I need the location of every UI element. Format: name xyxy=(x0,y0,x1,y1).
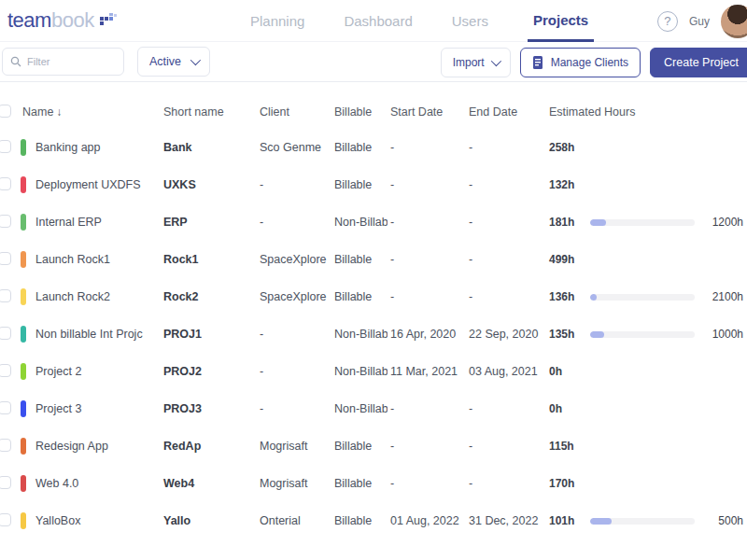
project-estimated-hours: 170h xyxy=(549,477,588,490)
project-client: Sco Genme xyxy=(257,141,331,154)
project-short-name: RedAp xyxy=(161,440,257,453)
project-end-date: - xyxy=(466,253,546,266)
table-row[interactable]: Redesign App RedAp Mogrisaft Billable - … xyxy=(0,427,747,465)
project-end-date: 31 Dec, 2022 xyxy=(466,514,546,527)
table-row[interactable]: Banking app Bank Sco Genme Billable - - … xyxy=(0,129,747,166)
project-billable: Non-Billable xyxy=(331,402,388,415)
project-client: Onterial xyxy=(257,514,331,527)
project-start-date: - xyxy=(388,141,466,154)
project-client: - xyxy=(257,328,331,341)
project-name: YalloBox xyxy=(35,514,80,527)
project-billable: Billable xyxy=(331,253,388,266)
progress-bar-fill xyxy=(590,518,612,525)
project-short-name: PROJ1 xyxy=(161,328,257,341)
project-billable: Billable xyxy=(331,514,388,527)
project-name: Launch Rock2 xyxy=(35,290,110,303)
column-header-short-name[interactable]: Short name xyxy=(161,105,257,119)
column-header-billable[interactable]: Billable xyxy=(331,105,388,119)
project-color-pill xyxy=(21,326,26,343)
table-row[interactable]: Deployment UXDFS UXKS - Billable - - 132… xyxy=(0,166,747,203)
logo-book: book xyxy=(51,8,94,32)
table-row[interactable]: Launch Rock2 Rock2 SpaceXplore Billable … xyxy=(0,278,747,315)
column-header-client[interactable]: Client xyxy=(257,105,331,119)
create-project-button[interactable]: Create Project xyxy=(650,48,747,77)
project-start-date: - xyxy=(388,216,466,229)
project-short-name: Bank xyxy=(161,141,257,154)
project-billable: Non-Billable xyxy=(331,216,388,229)
project-end-date: - xyxy=(466,290,546,303)
project-color-pill xyxy=(21,176,26,193)
import-button[interactable]: Import xyxy=(441,48,511,77)
nav-item-planning[interactable]: Planning xyxy=(250,0,304,42)
import-label: Import xyxy=(453,56,485,69)
nav-item-dashboard[interactable]: Dashboard xyxy=(344,0,412,42)
select-all-checkbox[interactable] xyxy=(0,105,11,118)
row-checkbox[interactable] xyxy=(0,439,11,452)
table-row[interactable]: Non billable Int Projc PROJ1 - Non-Billa… xyxy=(0,315,747,353)
project-end-date: - xyxy=(466,440,546,453)
manage-clients-label: Manage Clients xyxy=(551,56,628,69)
row-checkbox[interactable] xyxy=(0,364,11,377)
project-estimated-hours: 115h xyxy=(549,440,588,453)
progress-bar xyxy=(590,219,695,226)
project-short-name: Yallo xyxy=(161,514,257,527)
create-project-label: Create Project xyxy=(664,56,739,69)
table-row[interactable]: Internal ERP ERP - Non-Billable - - 181h… xyxy=(0,203,747,241)
help-icon[interactable]: ? xyxy=(657,11,678,32)
project-estimated-hours: 181h xyxy=(549,216,588,229)
project-color-pill xyxy=(21,214,26,231)
project-color-pill xyxy=(21,288,26,305)
sort-desc-icon: ↓ xyxy=(56,105,62,119)
project-estimated-hours: 0h xyxy=(549,365,588,378)
nav-item-projects[interactable]: Projects xyxy=(528,0,594,42)
row-checkbox[interactable] xyxy=(0,401,11,414)
project-name: Banking app xyxy=(35,141,101,154)
chevron-down-icon xyxy=(190,55,201,65)
project-start-date: - xyxy=(388,178,466,191)
row-checkbox[interactable] xyxy=(0,177,11,190)
column-header-estimated-hours[interactable]: Estimated Hours xyxy=(546,105,747,119)
column-header-start-date[interactable]: Start Date xyxy=(388,105,466,119)
status-filter-dropdown[interactable]: Active xyxy=(137,47,210,77)
table-body: Banking app Bank Sco Genme Billable - - … xyxy=(0,129,747,539)
manage-clients-button[interactable]: Manage Clients xyxy=(520,48,641,77)
filter-input[interactable] xyxy=(27,56,102,67)
table-row[interactable]: Web 4.0 Web4 Mogrisaft Billable - - 170h xyxy=(0,465,747,502)
project-name: Project 3 xyxy=(35,402,81,415)
project-client: SpaceXplore xyxy=(257,253,331,266)
project-name: Redesign App xyxy=(35,440,108,453)
avatar[interactable] xyxy=(721,5,747,38)
project-start-date: 16 Apr, 2020 xyxy=(388,328,466,341)
logo-text: teambook xyxy=(7,8,94,33)
table-row[interactable]: Launch Rock1 Rock1 SpaceXplore Billable … xyxy=(0,241,747,278)
column-header-name[interactable]: Name↓ xyxy=(19,105,161,119)
nav-item-users[interactable]: Users xyxy=(452,0,488,42)
project-end-date: - xyxy=(466,402,546,415)
filter-input-wrapper xyxy=(2,48,124,76)
project-start-date: 01 Aug, 2022 xyxy=(388,514,466,527)
project-end-date: - xyxy=(466,477,546,490)
main-nav: PlanningDashboardUsersProjects xyxy=(250,0,594,42)
project-color-pill xyxy=(21,139,26,156)
teambook-logo[interactable]: teambook xyxy=(7,8,194,33)
project-short-name: UXKS xyxy=(161,178,257,191)
table-row[interactable]: YalloBox Yallo Onterial Billable 01 Aug,… xyxy=(0,502,747,539)
project-billable: Billable xyxy=(331,178,388,191)
project-name: Web 4.0 xyxy=(35,477,78,490)
row-checkbox[interactable] xyxy=(0,252,11,265)
row-checkbox[interactable] xyxy=(0,289,11,302)
table-row[interactable]: Project 2 PROJ2 - Non-Billable 11 Mar, 2… xyxy=(0,353,747,390)
project-estimated-hours: 499h xyxy=(549,253,588,266)
project-short-name: Web4 xyxy=(161,477,257,490)
project-color-pill xyxy=(21,251,26,268)
row-checkbox[interactable] xyxy=(0,140,11,153)
row-checkbox[interactable] xyxy=(0,327,11,340)
row-checkbox[interactable] xyxy=(0,215,11,228)
table-row[interactable]: Project 3 PROJ3 - Non-Billable - - 0h xyxy=(0,390,747,427)
row-checkbox[interactable] xyxy=(0,513,11,526)
project-estimated-hours: 135h xyxy=(549,328,588,341)
row-checkbox[interactable] xyxy=(0,476,11,489)
project-color-pill xyxy=(21,363,26,380)
project-start-date: - xyxy=(388,290,466,303)
column-header-end-date[interactable]: End Date xyxy=(466,105,546,119)
